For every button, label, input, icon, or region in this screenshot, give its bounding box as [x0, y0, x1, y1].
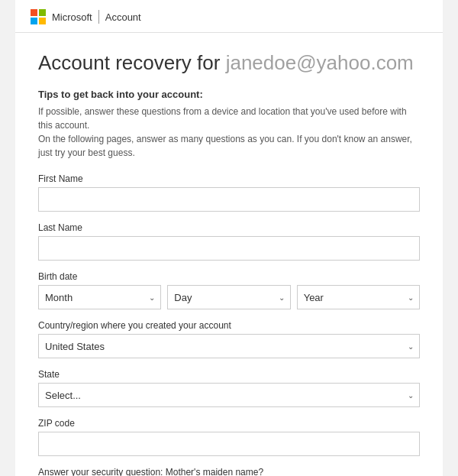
- first-name-label: First Name: [38, 173, 420, 184]
- country-select[interactable]: United States: [38, 334, 420, 358]
- header: Microsoft Account: [15, 0, 443, 33]
- tips-line2: On the following pages, answer as many q…: [38, 134, 412, 158]
- birth-date-row: Month JanuaryFebruaryMarch AprilMayJune …: [38, 285, 420, 309]
- security-question-group: Answer your security question: Mother's …: [38, 467, 420, 476]
- day-select[interactable]: Day 1234 5678 9101112 13141516 17181920 …: [167, 285, 290, 309]
- tips-heading: Tips to get back into your account:: [38, 89, 420, 100]
- first-name-group: First Name: [38, 173, 420, 212]
- title-prefix: Account recovery for: [38, 51, 226, 74]
- logo-blue: [31, 18, 37, 24]
- country-label: Country/region where you created your ac…: [38, 320, 420, 331]
- user-email: janedoe@yahoo.com: [226, 51, 414, 74]
- day-wrapper: Day 1234 5678 9101112 13141516 17181920 …: [167, 285, 290, 309]
- security-question-label: Answer your security question: Mother's …: [38, 467, 420, 476]
- year-wrapper: Year ⌄: [297, 285, 420, 309]
- first-name-input[interactable]: [38, 187, 420, 212]
- country-wrapper: United States ⌄: [38, 334, 420, 358]
- state-label: State: [38, 369, 420, 380]
- tips-body: If possible, answer these questions from…: [38, 105, 420, 160]
- microsoft-logo: [31, 9, 46, 24]
- page-title: Account recovery for janedoe@yahoo.com: [38, 51, 420, 75]
- zip-group: ZIP code: [38, 418, 420, 456]
- brand-name: Microsoft: [52, 11, 92, 23]
- state-wrapper: Select... ⌄: [38, 383, 420, 407]
- last-name-input[interactable]: [38, 236, 420, 261]
- account-recovery-form: First Name Last Name Birth date Month Ja…: [38, 173, 420, 476]
- logo-yellow: [39, 18, 46, 24]
- tips-section: Tips to get back into your account: If p…: [38, 89, 420, 160]
- birth-date-label: Birth date: [38, 271, 420, 282]
- header-divider: [98, 10, 99, 24]
- logo-green: [39, 9, 46, 16]
- logo-red: [31, 9, 37, 16]
- header-section: Account: [105, 11, 141, 23]
- zip-label: ZIP code: [38, 418, 420, 429]
- birth-date-group: Birth date Month JanuaryFebruaryMarch Ap…: [38, 271, 420, 309]
- month-wrapper: Month JanuaryFebruaryMarch AprilMayJune …: [38, 285, 161, 309]
- last-name-group: Last Name: [38, 222, 420, 261]
- state-group: State Select... ⌄: [38, 369, 420, 407]
- zip-input[interactable]: [38, 432, 420, 456]
- last-name-label: Last Name: [38, 222, 420, 233]
- year-select[interactable]: Year: [297, 285, 420, 309]
- main-content: Account recovery for janedoe@yahoo.com T…: [15, 33, 443, 476]
- country-group: Country/region where you created your ac…: [38, 320, 420, 358]
- tips-line1: If possible, answer these questions from…: [38, 106, 407, 131]
- month-select[interactable]: Month JanuaryFebruaryMarch AprilMayJune …: [38, 285, 161, 309]
- state-select[interactable]: Select...: [38, 383, 420, 407]
